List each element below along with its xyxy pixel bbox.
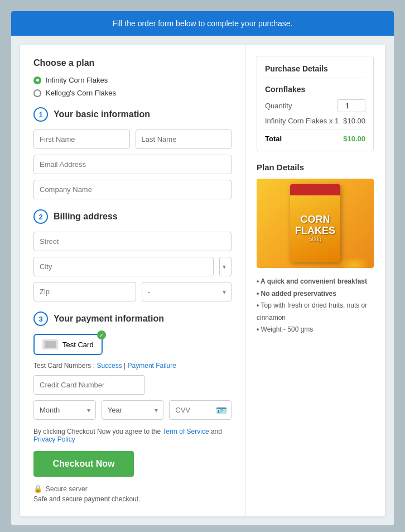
- terms-middle: and: [211, 428, 222, 435]
- card-options: Test Card ✓: [33, 334, 232, 355]
- street-input[interactable]: [33, 232, 232, 251]
- year-wrapper: Year: [102, 400, 164, 420]
- card-number-row: [33, 375, 232, 395]
- item-row: Infinity Corn Flakes x 1 $10.00: [265, 117, 365, 125]
- privacy-link[interactable]: Privacy Policy: [33, 435, 75, 443]
- year-select[interactable]: Year: [102, 400, 164, 420]
- feature-4: Weight - 500 gms: [257, 324, 374, 336]
- purchase-product: Cornflakes: [265, 85, 365, 94]
- first-name-input[interactable]: [33, 130, 130, 149]
- email-row: [33, 155, 232, 174]
- card-icon: [42, 339, 58, 349]
- radio-kelloggs[interactable]: [33, 89, 41, 97]
- test-card-prefix: Test Card Numbers :: [33, 362, 97, 370]
- right-panel: Purchase Details Cornflakes Quantity Inf…: [245, 45, 385, 516]
- plan-kelloggs-label: Kellogg's Corn Flakes: [46, 89, 116, 97]
- plan-details: Plan Details CORNFLAKES500g A quick and …: [257, 162, 374, 336]
- plan-option-kelloggs[interactable]: Kellogg's Corn Flakes: [33, 89, 232, 97]
- card-number-input[interactable]: [33, 375, 145, 395]
- purchase-details-title: Purchase Details: [265, 64, 365, 78]
- tos-link[interactable]: Term of Service: [162, 428, 209, 435]
- last-name-input[interactable]: [136, 130, 232, 149]
- terms-before: By clicking Checkout Now you agree to th…: [33, 428, 162, 435]
- quantity-label: Quantity: [265, 102, 292, 110]
- name-row: [33, 130, 232, 149]
- month-select[interactable]: Month: [33, 400, 96, 420]
- step3-label: Your payment information: [54, 314, 164, 324]
- cvv-wrapper: 🪪: [169, 400, 232, 420]
- country-select[interactable]: Country: [219, 257, 232, 276]
- feature-3: Top with fresh or dried fruits, nuts or …: [257, 300, 374, 324]
- box-text: CORNFLAKES500g: [295, 214, 335, 243]
- plan-option-infinity[interactable]: Infinity Corn Flakes: [33, 76, 232, 84]
- zip-state-row: -: [33, 282, 232, 301]
- main-content: Choose a plan Infinity Corn Flakes Kello…: [20, 45, 385, 516]
- terms-text: By clicking Checkout Now you agree to th…: [33, 428, 232, 443]
- item-price: $10.00: [343, 117, 365, 125]
- cvv-card-icon: 🪪: [216, 405, 227, 415]
- card-check-badge: ✓: [97, 330, 106, 339]
- box-red-stripe: [290, 184, 340, 195]
- total-row: Total $10.00: [265, 135, 365, 143]
- checkout-button[interactable]: Checkout Now: [33, 451, 134, 477]
- email-input[interactable]: [33, 155, 232, 174]
- product-image: CORNFLAKES500g: [257, 179, 374, 268]
- failure-link[interactable]: Payment Failure: [128, 362, 176, 370]
- secure-info: 🔒 Secure server: [33, 485, 232, 493]
- feature-1: A quick and convenient breakfast: [257, 276, 374, 288]
- purchase-details-box: Purchase Details Cornflakes Quantity Inf…: [257, 56, 374, 151]
- total-value: $10.00: [343, 135, 365, 143]
- plan-infinity-label: Infinity Corn Flakes: [46, 76, 108, 84]
- country-wrapper: Country: [219, 257, 232, 276]
- company-row: [33, 180, 232, 199]
- step2-label: Billing address: [54, 212, 118, 222]
- left-panel: Choose a plan Infinity Corn Flakes Kello…: [20, 45, 245, 516]
- month-wrapper: Month: [33, 400, 96, 420]
- state-wrapper: -: [142, 282, 232, 301]
- cvv-row: Month Year 🪪: [33, 400, 232, 420]
- city-country-row: Country: [33, 257, 232, 276]
- card-option-label: Test Card: [62, 341, 94, 349]
- street-row: [33, 232, 232, 251]
- bowl-decoration: [340, 257, 368, 268]
- quantity-input[interactable]: [338, 99, 365, 112]
- state-select[interactable]: -: [142, 282, 232, 301]
- step1-num: 1: [33, 107, 48, 122]
- lock-icon: 🔒: [33, 485, 42, 493]
- choose-plan-title: Choose a plan: [33, 58, 232, 68]
- company-input[interactable]: [33, 180, 232, 199]
- banner-text: Fill the order form below to complete yo…: [113, 19, 293, 28]
- step3-num: 3: [33, 311, 48, 326]
- pd-divider: [265, 130, 365, 130]
- city-input[interactable]: [33, 257, 214, 276]
- cornflakes-box: CORNFLAKES500g: [290, 184, 340, 262]
- test-card-option[interactable]: Test Card ✓: [33, 334, 103, 355]
- test-card-info: Test Card Numbers : Success | Payment Fa…: [33, 362, 232, 370]
- step3-header: 3 Your payment information: [33, 311, 232, 326]
- total-label: Total: [265, 135, 282, 143]
- success-link[interactable]: Success: [97, 362, 122, 370]
- plan-details-title: Plan Details: [257, 162, 374, 172]
- safe-text: Safe and secure payment checkout.: [33, 495, 232, 503]
- page-wrapper: Fill the order form below to complete yo…: [11, 11, 394, 525]
- item-label: Infinity Corn Flakes x 1: [265, 117, 339, 125]
- step2-num: 2: [33, 209, 48, 224]
- step1-header: 1 Your basic information: [33, 107, 232, 122]
- zip-input[interactable]: [33, 282, 136, 301]
- secure-label: Secure server: [46, 485, 88, 493]
- step2-header: 2 Billing address: [33, 209, 232, 224]
- quantity-row: Quantity: [265, 99, 365, 112]
- product-features: A quick and convenient breakfast No adde…: [257, 276, 374, 336]
- feature-2: No added preservatives: [257, 288, 374, 300]
- top-banner: Fill the order form below to complete yo…: [11, 11, 394, 36]
- radio-infinity[interactable]: [33, 76, 41, 84]
- step1-label: Your basic information: [54, 109, 150, 119]
